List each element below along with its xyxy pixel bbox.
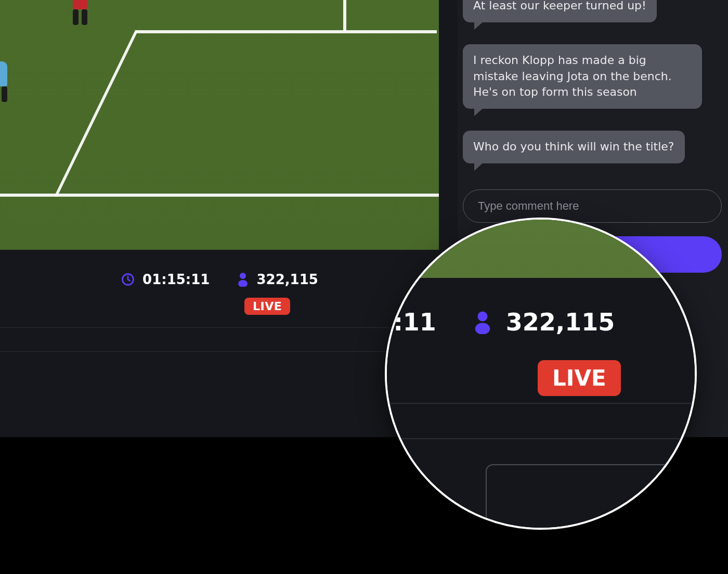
magnified-viewer-count: 322,115	[506, 308, 615, 336]
elapsed-time-value: 01:15:11	[142, 272, 210, 287]
pitch-line	[54, 30, 138, 197]
magnifier-content: :15:11 322,115 LIVE	[385, 218, 697, 530]
magnifier-overlay: :15:11 322,115 LIVE	[385, 218, 697, 530]
video-stats-row: 01:15:11 322,115	[0, 272, 439, 287]
pitch-line	[135, 30, 437, 33]
chat-message-text: Who do you think will win the title?	[473, 140, 674, 153]
chat-message: At least our keeper turned up!	[463, 0, 657, 22]
magnified-stats-row: :15:11 322,115	[385, 308, 697, 336]
pitch-line	[0, 194, 439, 197]
svg-point-2	[238, 280, 248, 287]
pitch-line	[343, 0, 346, 31]
video-player[interactable]: 21	[0, 0, 439, 250]
divider-strip	[0, 328, 439, 352]
comment-input[interactable]	[463, 189, 722, 223]
viewer-count-value: 322,115	[256, 272, 318, 287]
chat-message: I reckon Klopp has made a big mistake le…	[463, 44, 702, 109]
chat-message-text: I reckon Klopp has made a big mistake le…	[473, 54, 672, 99]
magnified-input-fragment	[486, 464, 697, 530]
jersey-number: 21	[73, 0, 86, 1]
player-blue	[0, 61, 7, 102]
clock-icon	[121, 272, 135, 287]
svg-point-1	[240, 273, 246, 279]
svg-point-4	[475, 323, 490, 334]
elapsed-time-stat: 01:15:11	[121, 272, 210, 287]
svg-point-3	[477, 311, 487, 321]
video-info-bar: 01:15:11 322,115 LIVE	[0, 250, 439, 328]
chat-message: Who do you think will win the title?	[463, 131, 685, 163]
chat-message-text: At least our keeper turned up!	[473, 0, 646, 12]
magnified-divider	[385, 403, 697, 404]
player-red-21: 21	[73, 0, 87, 25]
magnified-divider	[385, 438, 697, 439]
live-badge: LIVE	[244, 298, 290, 315]
person-icon	[237, 272, 249, 287]
chat-message-list: At least our keeper turned up! I reckon …	[463, 0, 719, 163]
magnified-live-badge: LIVE	[538, 360, 621, 396]
person-icon	[473, 310, 492, 334]
viewer-count-stat: 322,115	[237, 272, 318, 287]
